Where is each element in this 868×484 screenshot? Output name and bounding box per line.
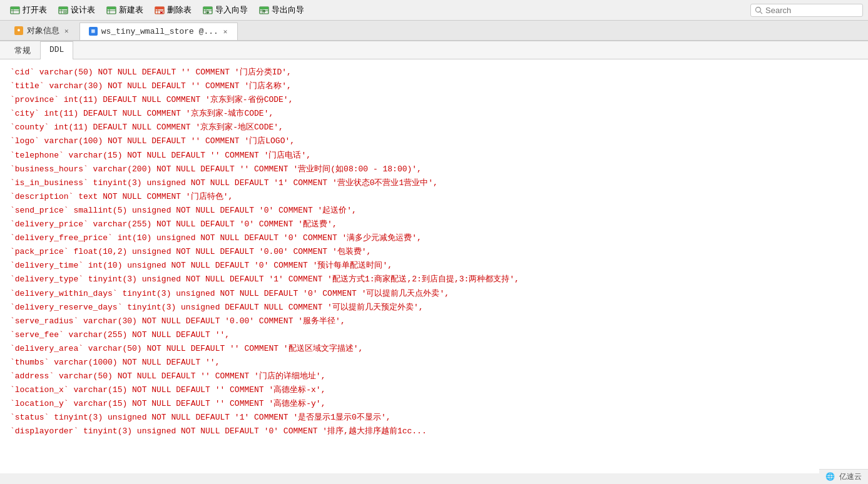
ddl-line: `city` int(11) DEFAULT NULL COMMENT '京东到… bbox=[10, 107, 858, 121]
status-bar: 🌐 亿速云 bbox=[819, 469, 868, 473]
tab-object-info-label: 对象信息 bbox=[27, 25, 59, 36]
ddl-line: `delivery_within_days` tinyint(3) unsign… bbox=[10, 287, 858, 301]
svg-rect-5 bbox=[59, 7, 68, 9]
ddl-line: `delivery_price` varchar(255) NOT NULL D… bbox=[10, 218, 858, 231]
tab-ws-store-label: ws_tiny_wmall_store @... bbox=[101, 27, 218, 36]
export-wizard-button[interactable]: 导出向导 bbox=[254, 3, 309, 18]
svg-rect-12 bbox=[107, 7, 116, 9]
open-table-label: 打开表 bbox=[23, 4, 47, 16]
sub-tabs: 常规 DDL bbox=[0, 41, 868, 59]
ddl-line: `logo` varchar(100) NOT NULL DEFAULT '' … bbox=[10, 134, 858, 148]
new-table-icon bbox=[106, 5, 116, 15]
search-icon bbox=[755, 6, 763, 14]
ddl-line: `location_y` varchar(15) NOT NULL DEFAUL… bbox=[10, 397, 858, 411]
open-table-button[interactable]: 打开表 bbox=[5, 3, 52, 18]
open-table-icon bbox=[10, 5, 20, 15]
ddl-line: `serve_fee` varchar(255) NOT NULL DEFAUL… bbox=[10, 328, 858, 342]
ddl-line: `pack_price` float(10,2) unsigned NOT NU… bbox=[10, 245, 858, 259]
svg-rect-1 bbox=[11, 7, 19, 9]
ddl-content: `cid` varchar(50) NOT NULL DEFAULT '' CO… bbox=[0, 59, 868, 473]
ddl-line: `delivery_area` varchar(50) NOT NULL DEF… bbox=[10, 342, 858, 356]
import-wizard-button[interactable]: 导入向导 bbox=[198, 3, 253, 18]
ddl-line: `thumbs` varchar(1000) NOT NULL DEFAULT … bbox=[10, 356, 858, 370]
delete-table-icon bbox=[155, 5, 165, 15]
delete-table-button[interactable]: 删除表 bbox=[150, 3, 197, 18]
export-wizard-label: 导出向导 bbox=[272, 4, 304, 16]
sub-tab-ddl-label: DDL bbox=[49, 45, 64, 54]
sub-tab-normal[interactable]: 常规 bbox=[5, 41, 40, 59]
design-table-icon bbox=[58, 5, 68, 15]
ddl-line: `business_hours` varchar(200) NOT NULL D… bbox=[10, 163, 858, 176]
import-wizard-label: 导入向导 bbox=[215, 4, 248, 16]
delete-table-label: 删除表 bbox=[167, 4, 191, 16]
tab-object-info[interactable]: ● 对象信息 ✕ bbox=[5, 21, 79, 40]
ddl-line: `displayorder` tinyint(3) unsigned NOT N… bbox=[10, 425, 858, 438]
design-table-button[interactable]: 设计表 bbox=[53, 3, 100, 18]
ddl-line: `address` varchar(50) NOT NULL DEFAULT '… bbox=[10, 370, 858, 383]
svg-point-31 bbox=[756, 7, 761, 12]
export-wizard-icon bbox=[259, 5, 269, 15]
svg-rect-27 bbox=[260, 7, 268, 9]
tab-object-info-close[interactable]: ✕ bbox=[63, 27, 70, 35]
tabs-bar: ● 对象信息 ✕ ▦ ws_tiny_wmall_store @... ✕ bbox=[0, 21, 868, 41]
ddl-line: `location_x` varchar(15) NOT NULL DEFAUL… bbox=[10, 383, 858, 397]
import-wizard-icon bbox=[203, 5, 213, 15]
ddl-line: `county` int(11) DEFAULT NULL COMMENT '京… bbox=[10, 121, 858, 134]
tab-object-icon: ● bbox=[14, 26, 23, 35]
ddl-line: `send_price` smallint(5) unsigned NOT NU… bbox=[10, 204, 858, 218]
ddl-line: `delivery_type` tinyint(3) unsigned NOT … bbox=[10, 273, 858, 286]
sub-tab-normal-label: 常规 bbox=[14, 46, 31, 56]
tab-ws-store[interactable]: ▦ ws_tiny_wmall_store @... ✕ bbox=[79, 23, 238, 40]
ddl-line: `status` tinyint(3) unsigned NOT NULL DE… bbox=[10, 411, 858, 425]
toolbar: 打开表 设计表 新建表 bbox=[0, 0, 868, 21]
ddl-line: `cid` varchar(50) NOT NULL DEFAULT '' CO… bbox=[10, 66, 858, 79]
ddl-line: `province` int(11) DEFAULT NULL COMMENT … bbox=[10, 93, 858, 107]
ddl-line: `delivery_free_price` int(10) unsigned N… bbox=[10, 231, 858, 245]
brand-label: 🌐 亿速云 bbox=[825, 473, 862, 473]
ddl-line: `title` varchar(30) NOT NULL DEFAULT '' … bbox=[10, 79, 858, 93]
tab-ws-store-close[interactable]: ✕ bbox=[222, 28, 229, 36]
ddl-line: `telephone` varchar(15) NOT NULL DEFAULT… bbox=[10, 149, 858, 163]
ddl-line: `delivery_time` int(10) unsigned NOT NUL… bbox=[10, 259, 858, 273]
svg-line-32 bbox=[760, 11, 763, 14]
search-box bbox=[750, 4, 863, 17]
new-table-label: 新建表 bbox=[119, 4, 143, 16]
ddl-line: `serve_radius` varchar(30) NOT NULL DEFA… bbox=[10, 315, 858, 328]
sub-tab-ddl[interactable]: DDL bbox=[40, 41, 73, 59]
ddl-line: `delivery_reserve_days` tinyint(3) unsig… bbox=[10, 301, 858, 315]
ddl-line: `is_in_business` tinyint(3) unsigned NOT… bbox=[10, 176, 858, 190]
ddl-line: `description` text NOT NULL COMMENT '门店特… bbox=[10, 190, 858, 204]
svg-rect-16 bbox=[155, 7, 164, 9]
search-input[interactable] bbox=[765, 6, 853, 15]
new-table-button[interactable]: 新建表 bbox=[101, 3, 148, 18]
tab-ws-store-icon: ▦ bbox=[89, 27, 98, 36]
svg-rect-22 bbox=[203, 7, 212, 9]
design-table-label: 设计表 bbox=[71, 4, 95, 16]
